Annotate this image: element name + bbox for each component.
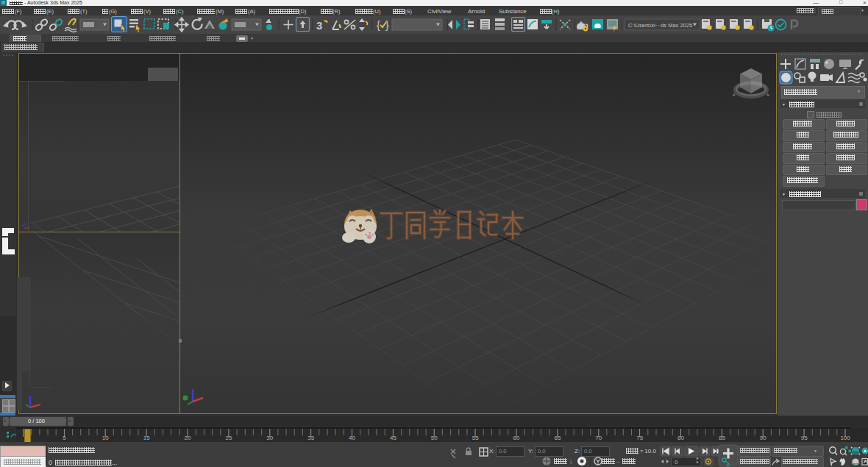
svg-text:}: } [385, 19, 389, 31]
svg-text:3: 3 [316, 19, 322, 32]
svg-text:0: 0 [675, 459, 678, 466]
svg-text:{: { [377, 19, 380, 31]
svg-text:C:\Users\xi···ds Max 2025: C:\Users\xi···ds Max 2025 [628, 22, 692, 29]
